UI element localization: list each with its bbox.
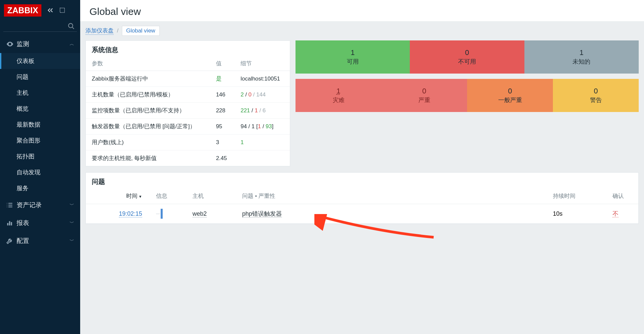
tile-value: 1 (579, 48, 583, 57)
nav-section-监测[interactable]: 监测︿ (0, 35, 80, 53)
sysinfo-value: 2.45 (210, 150, 235, 166)
breadcrumb-separator: / (117, 28, 119, 34)
page-header: Global view (80, 0, 644, 21)
sidebar-item-拓扑图[interactable]: 拓扑图 (0, 148, 80, 164)
system-info-title: 系统信息 (86, 41, 290, 56)
svg-rect-0 (60, 8, 65, 13)
chevron-down-icon: ﹀ (70, 220, 74, 226)
problem-host[interactable]: web2 (192, 210, 207, 217)
sidebar-item-主机[interactable]: 主机 (0, 85, 80, 101)
sidebar-item-仪表板[interactable]: 仪表板 (0, 53, 80, 69)
tile-警告[interactable]: 0警告 (553, 79, 639, 112)
th-time[interactable]: 时间 (126, 193, 142, 199)
problem-duration: 10s (549, 204, 609, 224)
problem-time[interactable]: 19:02:15 (119, 210, 142, 217)
tile-不可用[interactable]: 0不可用 (410, 40, 524, 74)
sidebar-item-概览[interactable]: 概览 (0, 101, 80, 117)
sysinfo-row: 触发器数量（已启用/已禁用 [问题/正常]）9594 / 1 [1 / 93] (86, 119, 290, 135)
tile-value: 0 (508, 87, 512, 95)
th-problem[interactable]: 问题 • 严重性 (238, 188, 549, 204)
tile-label: 灾难 (333, 96, 345, 104)
nav-section-label: 资产记录 (17, 201, 42, 209)
sysinfo-param: 用户数(线上) (86, 135, 210, 150)
svg-rect-11 (9, 221, 10, 226)
chevron-up-icon: ︿ (70, 41, 74, 47)
svg-point-3 (9, 43, 11, 45)
sysinfo-detail: 1 (235, 135, 290, 150)
problems-title: 问题 (86, 173, 638, 188)
search-input[interactable] (3, 22, 77, 32)
nav-section-资产记录[interactable]: 资产记录﹀ (0, 196, 80, 214)
sidebar-item-自动发现[interactable]: 自动发现 (0, 164, 80, 180)
sidebar-item-最新数据[interactable]: 最新数据 (0, 117, 80, 133)
info-marker-icon (161, 209, 163, 219)
problem-info[interactable] (156, 209, 185, 219)
sysinfo-detail (235, 150, 290, 166)
bar-icon (6, 219, 17, 227)
nav-section-配置[interactable]: 配置﹀ (0, 232, 80, 250)
nav: 监测︿仪表板问题主机概览最新数据聚合图形拓扑图自动发现服务资产记录﹀报表﹀配置﹀ (0, 35, 80, 250)
breadcrumb-add-dashboard[interactable]: 添加仪表盘 (85, 27, 114, 35)
chevron-down-icon: ﹀ (70, 202, 74, 208)
sysinfo-value: 是 (210, 71, 235, 87)
th-detail: 细节 (235, 56, 290, 71)
th-ack[interactable]: 确认 (609, 188, 638, 204)
sidebar-item-聚合图形[interactable]: 聚合图形 (0, 133, 80, 148)
eye-icon (6, 40, 17, 48)
sysinfo-row: Zabbix服务器端运行中是localhost:10051 (86, 71, 290, 87)
system-info-panel: 系统信息 参数 值 细节 Zabbix服务器端运行中是localhost:100… (85, 40, 290, 166)
tile-value: 0 (465, 48, 469, 57)
tile-value: 0 (594, 87, 598, 95)
nav-section-报表[interactable]: 报表﹀ (0, 214, 80, 232)
tile-value: 1 (336, 87, 340, 95)
sysinfo-detail: 94 / 1 [1 / 93] (235, 119, 290, 135)
fullscreen-icon[interactable] (59, 7, 65, 13)
tile-灾难[interactable]: 1灾难 (295, 79, 381, 112)
tile-可用[interactable]: 1可用 (295, 40, 410, 74)
problems-table: 时间 信息 主机 问题 • 严重性 持续时间 确认 19:02:15web2ph… (86, 188, 638, 224)
sidebar-item-服务[interactable]: 服务 (0, 180, 80, 196)
problems-panel: 问题 时间 信息 主机 问题 • 严重性 持续时间 确认 19:02:15web… (85, 172, 639, 224)
sysinfo-detail: 221 / 1 / 6 (235, 103, 290, 119)
list-icon (6, 201, 17, 209)
th-host[interactable]: 主机 (188, 188, 238, 204)
collapse-icon[interactable] (47, 7, 54, 14)
sidebar: ZABBIX 监测︿仪表板问题主机概览最新数据聚合图形拓扑图自动发现服务资产记录… (0, 0, 80, 334)
breadcrumb: 添加仪表盘 / Global view (85, 26, 639, 36)
page-title: Global view (89, 6, 635, 17)
svg-point-1 (69, 24, 73, 28)
tile-value: 1 (351, 48, 355, 57)
svg-rect-10 (7, 223, 9, 225)
tile-未知的[interactable]: 1未知的 (524, 40, 639, 74)
sysinfo-value: 228 (210, 103, 235, 119)
problem-ack[interactable]: 不 (613, 210, 618, 217)
search-wrap (0, 21, 80, 35)
th-duration[interactable]: 持续时间 (549, 188, 609, 204)
sysinfo-row: 主机数量（已启用/已禁用/模板）1462 / 0 / 144 (86, 87, 290, 103)
sidebar-item-问题[interactable]: 问题 (0, 69, 80, 85)
tile-value: 0 (422, 87, 426, 95)
search-icon[interactable] (68, 23, 75, 30)
sysinfo-param: 监控项数量（已启用/已禁用/不支持） (86, 103, 210, 119)
sysinfo-param: 触发器数量（已启用/已禁用 [问题/正常]） (86, 119, 210, 135)
tile-label: 可用 (347, 58, 359, 66)
sysinfo-param: 主机数量（已启用/已禁用/模板） (86, 87, 210, 103)
sysinfo-row: 要求的主机性能, 每秒新值2.45 (86, 150, 290, 166)
tile-label: 一般严重 (498, 96, 522, 104)
tile-一般严重[interactable]: 0一般严重 (467, 79, 553, 112)
nav-section-label: 配置 (17, 237, 29, 245)
sysinfo-param: Zabbix服务器端运行中 (86, 71, 210, 87)
breadcrumb-current[interactable]: Global view (122, 26, 160, 36)
problem-row: 19:02:15web2php错误触发器10s不 (86, 204, 638, 224)
content: 添加仪表盘 / Global view 系统信息 参数 值 细节 Zabbix服… (80, 21, 644, 229)
tile-严重[interactable]: 0严重 (381, 79, 467, 112)
tile-label: 警告 (590, 96, 602, 104)
status-tiles: 1可用0不可用1未知的 1灾难0严重0一般严重0警告 (295, 40, 639, 112)
system-info-table: 参数 值 细节 Zabbix服务器端运行中是localhost:10051主机数… (86, 56, 290, 166)
problem-name[interactable]: php错误触发器 (242, 210, 282, 217)
svg-rect-12 (11, 222, 12, 225)
logo[interactable]: ZABBIX (4, 4, 41, 17)
sidebar-header: ZABBIX (0, 0, 80, 21)
th-info[interactable]: 信息 (152, 188, 188, 204)
sysinfo-detail: localhost:10051 (235, 71, 290, 87)
